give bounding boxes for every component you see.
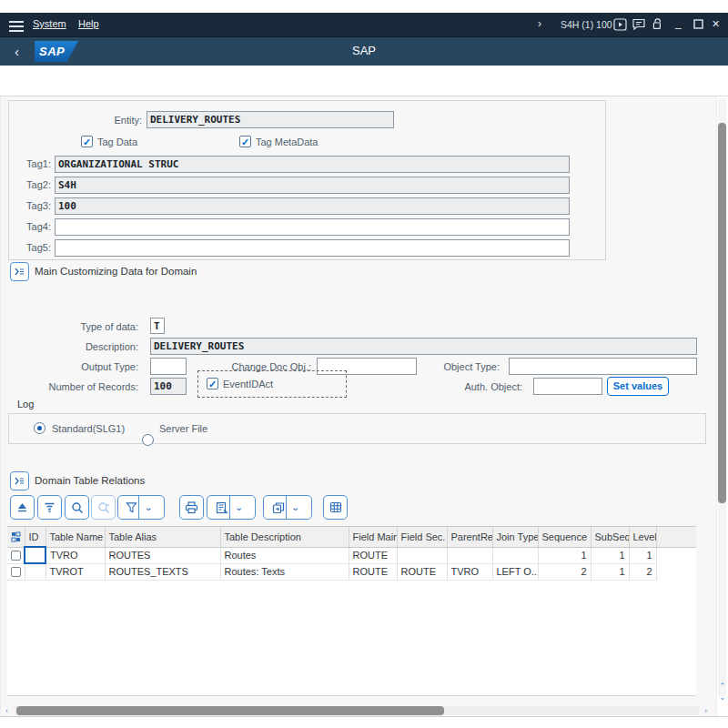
tag5-field[interactable] [55,239,570,257]
cell-parentrel[interactable]: TVRO [447,563,492,580]
column-header-join-type[interactable]: Join Type [492,527,538,547]
page-title: SAP [0,44,728,57]
column-header-sequence[interactable]: Sequence [538,527,591,547]
scroll-down-icon[interactable]: ⌄ [719,693,726,702]
column-header-id[interactable]: ID [25,527,46,547]
sort-descending-button[interactable] [37,495,62,520]
column-header-field-sec[interactable]: Field Sec. [397,527,447,547]
menu-help[interactable]: Help [78,18,99,29]
tag4-field[interactable] [55,218,570,236]
cell-field-main[interactable]: ROUTE [349,563,397,580]
cell-join-type[interactable] [492,547,538,563]
scroll-up-icon[interactable]: ⌃ [719,682,726,691]
cell-subseq[interactable]: 1 [591,563,629,580]
cell-table-description[interactable]: Routes [220,547,349,563]
eventidact-checkbox[interactable]: ✓ [207,378,218,389]
cell-id[interactable] [25,563,46,580]
horizontal-scrollbar-thumb[interactable] [16,706,444,715]
column-header-filler [656,527,696,547]
row-select-cell[interactable] [7,547,25,563]
scroll-left-icon[interactable]: ‹ [5,707,8,715]
find-button[interactable] [65,495,89,520]
row-checkbox[interactable] [11,567,21,577]
chevron-down-icon[interactable]: ⌄ [288,501,303,513]
vertical-scrollbar-thumb[interactable] [718,123,726,503]
cell-sequence[interactable]: 1 [538,547,591,563]
row-select-cell[interactable] [7,563,25,580]
cell-table-alias[interactable]: ROUTES_TEXTS [105,563,220,580]
cell-join-type[interactable]: LEFT O... [492,563,538,580]
table-grid-icon [329,501,342,513]
close-button[interactable]: ✕ [712,18,720,30]
tag-data-checkbox[interactable]: ✓ [81,136,93,147]
tag2-field[interactable]: S4H [55,177,570,194]
expand-section-icon[interactable] [10,262,29,281]
cell-subseq[interactable]: 1 [591,547,629,563]
scroll-right-icon[interactable]: › [704,707,707,715]
row-checkbox[interactable] [11,551,21,561]
column-header-subseq[interactable]: SubSeq. [591,527,629,547]
search-next-icon [97,501,110,514]
chevron-down-icon[interactable]: ⌄ [140,501,156,513]
num-records-field[interactable]: 100 [150,378,187,395]
select-all-icon [11,531,21,542]
set-values-button[interactable]: Set values [607,377,669,396]
maximize-button[interactable] [693,19,703,29]
sort-ascending-button[interactable] [10,495,35,520]
cell-field-main[interactable]: ROUTE [349,547,397,563]
table-row: TVRO ROUTES Routes ROUTE 1 1 1 [7,547,696,563]
entity-field[interactable]: DELIVERY_ROUTES [147,111,394,128]
message-dialog-icon[interactable] [632,18,646,31]
description-label: Description: [56,341,138,352]
gui-script-play-icon[interactable] [613,18,627,31]
log-standard-radio[interactable] [34,422,46,434]
cell-table-name[interactable]: TVRO [46,547,105,563]
column-header-table-description[interactable]: Table Description [220,527,349,547]
system-id: S4H (1) 100 [561,19,612,30]
cell-level[interactable]: 1 [629,547,656,563]
tag3-field[interactable]: 100 [55,197,570,215]
column-header-level[interactable]: Level [629,527,656,547]
cell-table-alias[interactable]: ROUTES [105,547,220,563]
table-settings-button[interactable] [323,495,348,520]
cell-level[interactable]: 2 [629,563,656,580]
relations-table: ID Table Name Table Alias Table Descript… [7,526,696,696]
hamburger-menu-icon[interactable] [9,18,24,35]
views-split-button[interactable]: ⌄ [263,495,312,520]
cell-table-description[interactable]: Routes: Texts [220,563,349,580]
auth-object-field[interactable] [533,378,602,395]
cell-field-sec[interactable]: ROUTE [397,563,447,580]
cell-id[interactable] [25,547,46,563]
tag-data-label: Tag Data [97,136,137,147]
description-field[interactable]: DELIVERY_ROUTES [150,338,697,355]
object-type-field[interactable] [509,358,697,375]
menu-system[interactable]: System [33,18,66,29]
cell-sequence[interactable]: 2 [538,563,591,580]
minimize-button[interactable]: _ [675,16,682,29]
tag1-field[interactable]: ORGANIZATIONAL STRUC [55,156,570,173]
print-button[interactable] [179,495,204,520]
unlocked-padlock-icon[interactable] [651,17,664,31]
expand-section-icon-relations[interactable] [10,471,29,490]
section-title-domain: Main Customizing Data for Domain [35,266,197,277]
chevron-down-icon[interactable]: ⌄ [231,501,247,513]
overflow-chevron-icon[interactable]: › [538,17,541,30]
column-header-table-name[interactable]: Table Name [46,527,105,547]
column-header-table-alias[interactable]: Table Alias [105,527,220,547]
log-server-file-radio[interactable] [142,434,154,446]
tag1-label: Tag1: [17,158,51,169]
filter-split-button[interactable]: ⌄ [117,495,165,520]
type-of-data-field[interactable]: T [150,318,165,334]
cell-field-sec[interactable] [397,547,447,563]
column-header-parentrel[interactable]: ParentRel [447,527,492,547]
find-next-button[interactable] [91,495,116,520]
cell-table-name[interactable]: TVROT [46,563,105,580]
tag-metadata-checkbox[interactable]: ✓ [239,136,251,147]
column-header-field-main[interactable]: Field Main [349,527,397,547]
select-all-header[interactable] [7,527,25,547]
export-split-button[interactable]: ⌄ [207,495,256,520]
entity-label: Entity: [56,115,142,126]
export-list-icon [216,501,228,514]
cell-parentrel[interactable] [447,547,492,563]
output-type-field[interactable] [150,358,187,375]
